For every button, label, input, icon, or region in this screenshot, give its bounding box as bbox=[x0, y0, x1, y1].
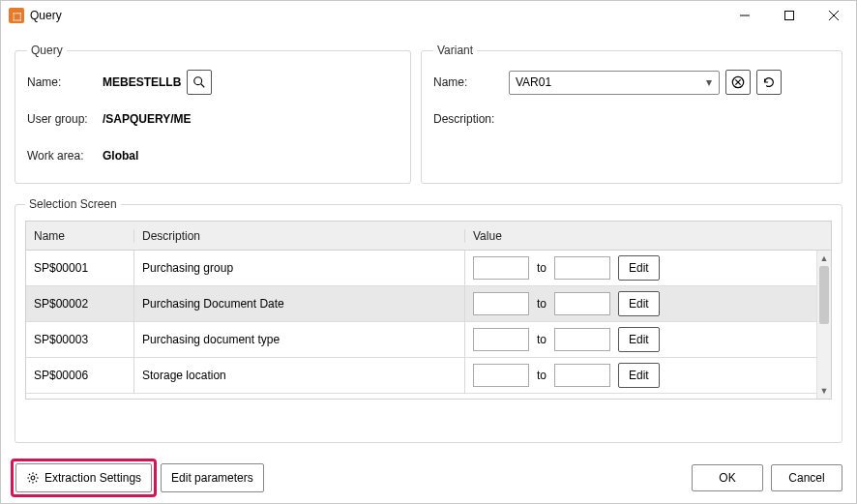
refresh-icon bbox=[762, 75, 776, 89]
gear-icon bbox=[26, 471, 40, 485]
value-from-input[interactable] bbox=[473, 256, 529, 280]
chevron-down-icon: ▾ bbox=[699, 72, 719, 94]
selection-legend: Selection Screen bbox=[25, 197, 121, 211]
value-from-input[interactable] bbox=[473, 364, 529, 387]
window: ⬚ Query Query Name: MEBESTELLB bbox=[0, 0, 857, 504]
cell-description: Purchasing document type bbox=[134, 322, 465, 357]
value-from-input[interactable] bbox=[473, 328, 529, 351]
to-label: to bbox=[537, 369, 547, 382]
cell-description: Purchasing group bbox=[134, 251, 465, 285]
query-legend: Query bbox=[27, 44, 67, 57]
table-header: Name Description Value bbox=[26, 222, 831, 251]
value-to-input[interactable] bbox=[554, 292, 610, 315]
scroll-down-icon[interactable]: ▼ bbox=[817, 383, 831, 399]
query-name-label: Name: bbox=[27, 75, 103, 89]
search-icon bbox=[192, 75, 206, 89]
table-row[interactable]: SP$00001Purchasing grouptoEdit bbox=[26, 251, 831, 286]
table-row[interactable]: SP$00006Storage locationtoEdit bbox=[26, 358, 831, 394]
edit-parameters-button[interactable]: Edit parameters bbox=[161, 463, 264, 492]
user-group-label: User group: bbox=[27, 112, 103, 126]
edit-button[interactable]: Edit bbox=[618, 255, 660, 281]
to-label: to bbox=[537, 261, 547, 275]
cancel-button[interactable]: Cancel bbox=[771, 464, 842, 491]
clear-variant-button[interactable] bbox=[725, 70, 751, 95]
cell-description: Purchasing Document Date bbox=[134, 286, 465, 321]
extraction-settings-button[interactable]: Extraction Settings bbox=[15, 463, 152, 492]
ok-button[interactable]: OK bbox=[692, 464, 763, 491]
cell-name: SP$00006 bbox=[26, 358, 134, 393]
variant-group: Variant Name: VAR01 ▾ Description: bbox=[421, 44, 842, 184]
header-description: Description bbox=[134, 229, 465, 243]
variant-name-select[interactable]: VAR01 ▾ bbox=[509, 71, 720, 95]
to-label: to bbox=[537, 333, 547, 346]
edit-button[interactable]: Edit bbox=[618, 291, 660, 316]
value-to-input[interactable] bbox=[554, 364, 610, 387]
maximize-button[interactable] bbox=[767, 1, 812, 30]
edit-button[interactable]: Edit bbox=[618, 327, 660, 352]
cell-name: SP$00001 bbox=[26, 251, 134, 285]
variant-legend: Variant bbox=[433, 44, 477, 57]
header-value: Value bbox=[465, 229, 831, 243]
value-to-input[interactable] bbox=[554, 256, 610, 280]
variant-name-label: Name: bbox=[433, 75, 509, 89]
minimize-button[interactable] bbox=[723, 1, 767, 30]
svg-rect-0 bbox=[785, 12, 794, 20]
variant-description-label: Description: bbox=[433, 112, 509, 126]
value-to-input[interactable] bbox=[554, 328, 610, 351]
selection-table: Name Description Value SP$00001Purchasin… bbox=[25, 221, 832, 400]
table-row[interactable]: SP$00003Purchasing document typetoEdit bbox=[26, 322, 831, 358]
svg-point-3 bbox=[31, 476, 35, 480]
edit-parameters-label: Edit parameters bbox=[171, 471, 253, 485]
selection-screen-group: Selection Screen Name Description Value … bbox=[15, 197, 842, 443]
user-group-value: /SAPQUERY/ME bbox=[103, 112, 192, 126]
to-label: to bbox=[537, 297, 547, 311]
cell-name: SP$00002 bbox=[26, 286, 134, 321]
highlight-box: Extraction Settings bbox=[11, 459, 157, 497]
query-group: Query Name: MEBESTELLB User group: /SAPQ… bbox=[15, 44, 411, 184]
edit-button[interactable]: Edit bbox=[618, 363, 660, 388]
clear-icon bbox=[731, 75, 745, 89]
extraction-settings-label: Extraction Settings bbox=[44, 471, 141, 485]
header-name: Name bbox=[26, 229, 134, 243]
cell-description: Storage location bbox=[134, 358, 465, 393]
search-query-button[interactable] bbox=[187, 70, 212, 95]
work-area-value: Global bbox=[103, 149, 138, 163]
scroll-thumb[interactable] bbox=[819, 266, 829, 324]
query-name-value: MEBESTELLB bbox=[103, 75, 181, 89]
scrollbar[interactable]: ▲ ▼ bbox=[816, 251, 831, 399]
variant-name-value: VAR01 bbox=[516, 75, 551, 89]
scroll-up-icon[interactable]: ▲ bbox=[817, 251, 831, 266]
footer: Extraction Settings Edit parameters OK C… bbox=[1, 453, 856, 503]
svg-point-1 bbox=[194, 77, 202, 85]
app-icon: ⬚ bbox=[9, 8, 24, 23]
table-row[interactable]: SP$00002Purchasing Document DatetoEdit bbox=[26, 286, 831, 322]
close-button[interactable] bbox=[812, 1, 856, 30]
titlebar: ⬚ Query bbox=[1, 1, 856, 30]
value-from-input[interactable] bbox=[473, 292, 529, 315]
work-area-label: Work area: bbox=[27, 149, 103, 163]
refresh-variant-button[interactable] bbox=[756, 70, 782, 95]
cell-name: SP$00003 bbox=[26, 322, 134, 357]
window-title: Query bbox=[30, 9, 62, 22]
